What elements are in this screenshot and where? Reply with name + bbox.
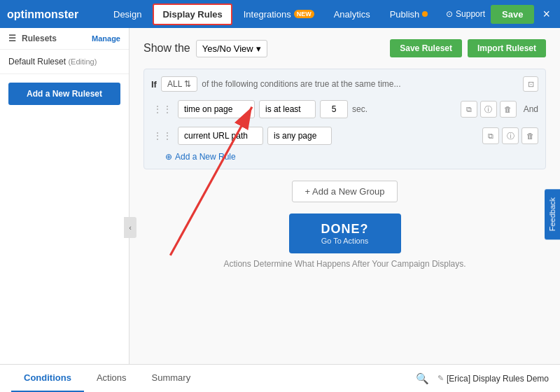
bottom-bar: Conditions Actions Summary 🔍 ✎ [Erica] D… xyxy=(0,364,560,392)
done-button[interactable]: DONE? Go To Actions xyxy=(289,214,401,253)
nav-integrations[interactable]: Integrations NEW xyxy=(235,5,323,24)
support-button[interactable]: ⊙ Support xyxy=(446,9,485,19)
collapse-sidebar-button[interactable]: ‹ xyxy=(124,217,136,238)
nav-design[interactable]: Design xyxy=(105,5,150,24)
rule-operator-select-1[interactable]: is at least xyxy=(259,100,316,118)
chevron-icon: ⇅ xyxy=(184,79,191,89)
chevron-down-icon: ▾ xyxy=(256,43,261,54)
add-group-button[interactable]: + Add a New Group xyxy=(292,181,398,202)
campaign-name: ✎ [Erica] Display Rules Demo xyxy=(438,374,549,384)
search-icon: 🔍 xyxy=(416,372,429,384)
done-title: DONE? xyxy=(317,222,373,237)
nav-analytics[interactable]: Analytics xyxy=(326,5,379,24)
copy-rule-button-2[interactable]: ⧉ xyxy=(482,127,499,144)
main-layout: ☰ Rulesets Manage Default Ruleset (Editi… xyxy=(0,28,560,364)
new-badge: NEW xyxy=(294,10,314,18)
plus-circle-icon: ⊕ xyxy=(165,152,172,162)
delete-rule-button-1[interactable]: 🗑 xyxy=(500,101,517,118)
nav-items: Design Display Rules Integrations NEW An… xyxy=(105,4,446,25)
rule-actions-2: ⧉ ⓘ 🗑 xyxy=(482,127,538,144)
manage-link[interactable]: Manage xyxy=(92,34,120,43)
rule-field-select-1[interactable]: time on page xyxy=(178,100,255,118)
editing-label: (Editing) xyxy=(68,57,97,66)
rule-row-2: ⋮⋮ current URL path is any page ⧉ ⓘ 🗑 xyxy=(151,125,538,146)
condition-description: of the following conditions are true at … xyxy=(202,79,519,89)
rule-field-select-2[interactable]: current URL path xyxy=(178,127,263,145)
clear-all-button[interactable]: ⊡ xyxy=(523,76,538,92)
default-ruleset: Default Ruleset (Editing) xyxy=(0,50,129,74)
nav-publish[interactable]: Publish xyxy=(382,5,437,24)
show-the-label: Show the xyxy=(144,42,190,55)
nav-display-rules[interactable]: Display Rules xyxy=(153,4,232,25)
done-container: DONE? Go To Actions Actions Determine Wh… xyxy=(144,214,546,269)
rule-actions-1: ⧉ ⓘ 🗑 xyxy=(461,101,517,118)
import-ruleset-button[interactable]: Import Ruleset xyxy=(468,39,546,57)
rule-operator-select-2[interactable]: is any page xyxy=(267,127,332,145)
info-rule-button-1[interactable]: ⓘ xyxy=(480,101,497,118)
if-label: If xyxy=(151,79,157,90)
actions-description: Actions Determine What Happens After You… xyxy=(223,259,465,269)
nav-right: ⊙ Support Save × xyxy=(446,5,553,24)
edit-icon: ✎ xyxy=(438,374,444,383)
delete-rule-button-2[interactable]: 🗑 xyxy=(522,127,538,144)
top-navigation: optinmonster Design Display Rules Integr… xyxy=(0,0,560,28)
sidebar-header: ☰ Rulesets Manage xyxy=(0,28,129,50)
sidebar: ☰ Rulesets Manage Default Ruleset (Editi… xyxy=(0,28,130,364)
feedback-tab[interactable]: Feedback xyxy=(545,189,560,239)
condition-group: If ALL ⇅ of the following conditions are… xyxy=(144,69,546,169)
tab-actions[interactable]: Actions xyxy=(84,365,139,393)
rule-unit-1: sec. xyxy=(352,104,368,114)
drag-handle-icon-2[interactable]: ⋮⋮ xyxy=(151,130,174,141)
show-the-row: Show the Yes/No View ▾ Save Ruleset Impo… xyxy=(144,39,546,57)
rule-value-input-1[interactable] xyxy=(320,100,348,118)
close-button[interactable]: × xyxy=(540,7,553,22)
tab-summary[interactable]: Summary xyxy=(139,365,204,393)
drag-handle-icon[interactable]: ⋮⋮ xyxy=(151,104,174,115)
rulesets-label: Rulesets xyxy=(22,34,57,43)
content-area: Show the Yes/No View ▾ Save Ruleset Impo… xyxy=(130,28,560,364)
hamburger-icon: ☰ xyxy=(8,34,16,43)
add-rule-link[interactable]: ⊕ Add a New Rule xyxy=(151,152,538,162)
ruleset-actions: Save Ruleset Import Ruleset xyxy=(390,39,546,57)
save-button[interactable]: Save xyxy=(491,5,534,24)
all-select[interactable]: ALL ⇅ xyxy=(161,76,197,92)
and-label-1: And xyxy=(524,104,538,114)
question-icon: ⊙ xyxy=(446,9,453,19)
add-group-container: + Add a New Group xyxy=(144,181,546,202)
tab-conditions[interactable]: Conditions xyxy=(11,365,84,393)
view-select[interactable]: Yes/No View ▾ xyxy=(196,40,267,57)
condition-header: If ALL ⇅ of the following conditions are… xyxy=(151,76,538,92)
svg-text:optinmonster: optinmonster xyxy=(7,8,78,20)
publish-dot xyxy=(422,11,428,17)
bottom-right: 🔍 ✎ [Erica] Display Rules Demo xyxy=(416,372,549,385)
search-button[interactable]: 🔍 xyxy=(416,372,429,385)
add-ruleset-button[interactable]: Add a New Ruleset xyxy=(8,83,120,105)
done-subtitle: Go To Actions xyxy=(317,237,373,245)
logo[interactable]: optinmonster xyxy=(7,4,91,24)
rule-row: ⋮⋮ time on page is at least sec. ⧉ ⓘ 🗑 A… xyxy=(151,99,538,120)
copy-rule-button-1[interactable]: ⧉ xyxy=(461,101,477,118)
save-ruleset-button[interactable]: Save Ruleset xyxy=(390,39,462,57)
info-rule-button-2[interactable]: ⓘ xyxy=(502,127,519,144)
